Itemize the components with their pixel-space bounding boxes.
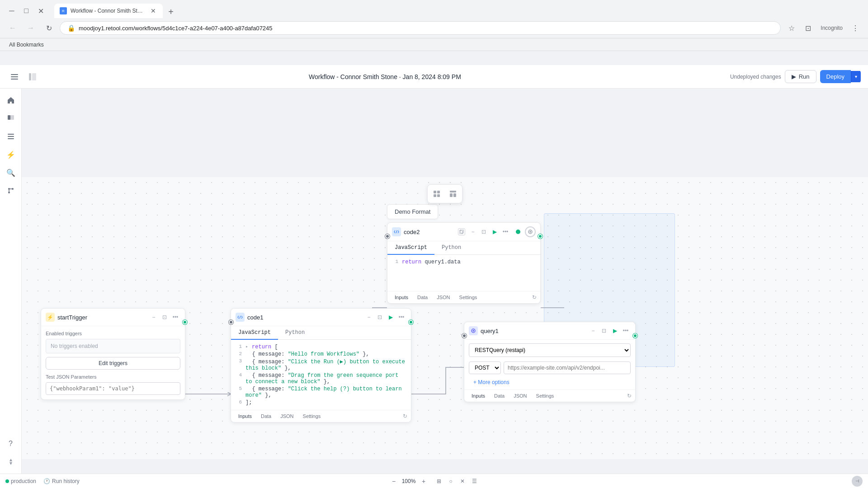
code1-tab-python[interactable]: Python xyxy=(278,326,312,340)
code2-tab-data[interactable]: Data xyxy=(414,293,431,301)
nav-reload-btn[interactable]: ↻ xyxy=(42,21,56,35)
code1-tab-data[interactable]: Data xyxy=(257,412,275,420)
code2-more-btn[interactable]: ••• xyxy=(500,227,510,237)
trigger-minimize-btn[interactable]: − xyxy=(149,312,159,322)
code2-tab-settings[interactable]: Settings xyxy=(456,293,481,301)
code1-tab-settings[interactable]: Settings xyxy=(299,412,325,420)
browser-menu-btn[interactable]: ⋮ xyxy=(848,21,863,35)
code1-minimize-btn[interactable]: − xyxy=(364,312,374,322)
code2-copy-btn[interactable] xyxy=(458,228,465,235)
sidebar-icon-panel[interactable] xyxy=(3,110,19,127)
trigger-expand-btn[interactable]: ⊡ xyxy=(160,312,170,322)
notes-btn[interactable]: ☰ xyxy=(469,476,479,486)
canvas-area[interactable]: Demo Format code2 − ⊡ ▶ ••• xyxy=(22,177,868,459)
tab-close-btn[interactable]: ✕ xyxy=(149,7,157,15)
sidebar-icon-home[interactable] xyxy=(3,92,19,108)
code2-expand-btn[interactable]: ⊡ xyxy=(479,227,489,237)
sidebar-icon-deploy[interactable] xyxy=(3,454,19,470)
json-input[interactable] xyxy=(46,382,180,395)
query1-refresh-icon[interactable]: ↻ xyxy=(627,393,632,399)
query1-resource-select[interactable]: RESTQuery (restapi) xyxy=(469,343,631,357)
code1-port-left[interactable] xyxy=(229,320,233,324)
query1-tab-settings[interactable]: Settings xyxy=(533,392,558,400)
window-maximize[interactable]: □ xyxy=(20,5,33,17)
address-bar[interactable]: 🔒 moodjoy1.retool.com/workflows/5d4c1ce7… xyxy=(60,21,781,35)
code1-more-btn[interactable]: ••• xyxy=(396,312,406,322)
grid-tool-btn[interactable] xyxy=(429,187,444,201)
code1-line-6: 6 ]; xyxy=(231,399,411,406)
zoom-in-btn[interactable]: + xyxy=(419,476,429,486)
query1-tab-inputs[interactable]: Inputs xyxy=(468,392,489,400)
query1-tab-data[interactable]: Data xyxy=(491,392,508,400)
cross-btn[interactable]: ✕ xyxy=(458,476,467,486)
nav-back-btn[interactable]: ← xyxy=(5,21,20,35)
query1-run-btn[interactable]: ▶ xyxy=(610,326,620,336)
code2-connect-btn[interactable] xyxy=(525,226,536,237)
deploy-btn-group: Deploy ▾ xyxy=(820,70,861,83)
run-icon: ▶ xyxy=(792,73,796,80)
layout-tool-btn[interactable] xyxy=(446,187,460,201)
window-minimize[interactable]: ─ xyxy=(5,5,18,17)
code1-node: code1 − ⊡ ▶ ••• JavaScript Python 1 ▸ xyxy=(231,308,411,422)
layout-view-btn[interactable]: ⊞ xyxy=(434,476,444,486)
hamburger-btn[interactable] xyxy=(7,70,22,84)
svg-rect-23 xyxy=(460,230,463,233)
code2-tab-inputs[interactable]: Inputs xyxy=(391,293,412,301)
active-tab[interactable]: R Workflow - Connor Smith Ston... ✕ xyxy=(54,4,163,18)
browser-titlebar: ─ □ ✕ R Workflow - Connor Smith Ston... … xyxy=(0,0,868,18)
query1-minimize-btn[interactable]: − xyxy=(588,326,598,336)
code2-tab-js[interactable]: JavaScript xyxy=(387,241,434,255)
code1-tab-json[interactable]: JSON xyxy=(277,412,297,420)
query1-port-right[interactable] xyxy=(633,333,637,338)
code2-refresh-icon[interactable]: ↻ xyxy=(532,294,537,300)
sidebar-icon-search[interactable]: 🔍 xyxy=(3,164,19,181)
zoom-out-btn[interactable]: − xyxy=(389,476,399,486)
deploy-main-btn[interactable]: Deploy xyxy=(820,70,851,83)
deploy-dropdown-btn[interactable]: ▾ xyxy=(851,71,861,82)
run-btn[interactable]: ▶ Run xyxy=(785,70,816,83)
trigger-more-btn[interactable]: ••• xyxy=(170,312,180,322)
code2-run-btn[interactable]: ▶ xyxy=(490,227,500,237)
code2-tab-python[interactable]: Python xyxy=(434,241,468,255)
start-trigger-icon: ⚡ xyxy=(46,313,55,322)
bookmarks-item[interactable]: All Bookmarks xyxy=(5,41,47,49)
code2-port-right[interactable] xyxy=(538,234,542,239)
code2-minimize-btn[interactable]: − xyxy=(468,227,478,237)
sidebar-icon-git[interactable] xyxy=(3,183,19,199)
svg-rect-20 xyxy=(450,193,453,197)
code1-refresh-icon[interactable]: ↻ xyxy=(403,413,407,419)
query1-more-options-btn[interactable]: + More options xyxy=(469,377,631,388)
start-trigger-content: Enabled triggers No triggers enabled Edi… xyxy=(41,326,185,399)
code1-expand-btn[interactable]: ⊡ xyxy=(375,312,385,322)
new-tab-btn[interactable]: + xyxy=(165,5,177,18)
query1-method-select[interactable]: POST xyxy=(469,361,501,374)
code1-port-right[interactable] xyxy=(409,320,413,324)
bookmark-btn[interactable]: ☆ xyxy=(784,21,799,35)
sidebar-icon-help[interactable]: ? xyxy=(3,436,19,452)
code1-tab-inputs[interactable]: Inputs xyxy=(235,412,255,420)
nav-forward-btn[interactable]: → xyxy=(24,21,38,35)
sidebar-icon-lightning[interactable]: ⚡ xyxy=(3,146,19,163)
sidebar-toggle-btn[interactable] xyxy=(25,70,40,84)
svg-rect-9 xyxy=(8,138,14,139)
edit-triggers-btn[interactable]: Edit triggers xyxy=(46,357,180,370)
window-close[interactable]: ✕ xyxy=(34,5,47,17)
code1-run-btn[interactable]: ▶ xyxy=(386,312,396,322)
query1-url-input[interactable] xyxy=(504,361,631,374)
query1-expand-btn[interactable]: ⊡ xyxy=(599,326,609,336)
trigger-port-right[interactable] xyxy=(183,320,187,324)
sidebar-right-btn[interactable]: ⊣ xyxy=(852,476,863,487)
run-history-status[interactable]: 🕐 Run history xyxy=(43,478,80,484)
fit-view-btn[interactable]: ○ xyxy=(446,476,456,486)
query1-tab-json[interactable]: JSON xyxy=(510,392,530,400)
query1-more-btn[interactable]: ••• xyxy=(621,326,631,336)
query1-icon xyxy=(469,326,478,335)
topbar-left xyxy=(7,70,40,84)
production-status[interactable]: production xyxy=(5,478,36,484)
sidebar-icon-list[interactable] xyxy=(3,128,19,145)
code1-tab-js[interactable]: JavaScript xyxy=(231,326,278,340)
code2-port-left[interactable] xyxy=(385,234,390,239)
code2-tab-json[interactable]: JSON xyxy=(433,293,453,301)
screen-cast-btn[interactable]: ⊡ xyxy=(801,21,815,35)
query1-port-left[interactable] xyxy=(462,333,467,338)
